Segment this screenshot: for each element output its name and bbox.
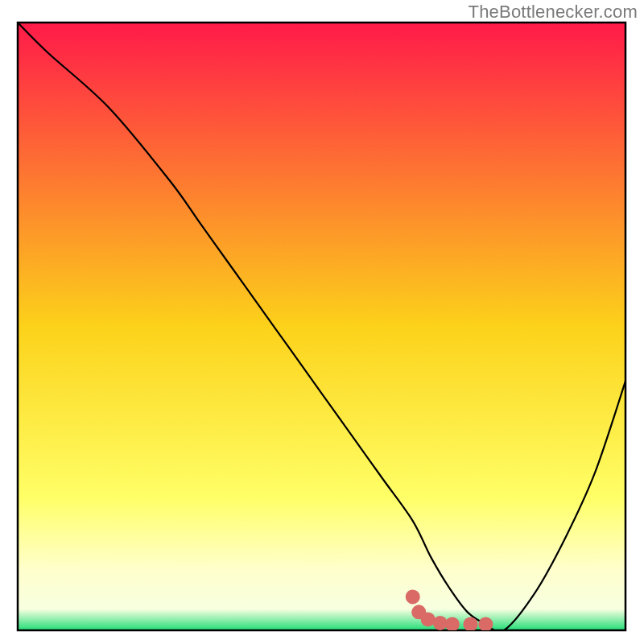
marker-point [463, 617, 477, 631]
marker-point [478, 617, 493, 631]
marker-point [445, 617, 460, 631]
chart-background-gradient [18, 23, 625, 630]
bottleneck-chart [0, 0, 644, 644]
marker-point [406, 589, 420, 604]
attribution-text: TheBottlenecker.com [469, 2, 638, 23]
